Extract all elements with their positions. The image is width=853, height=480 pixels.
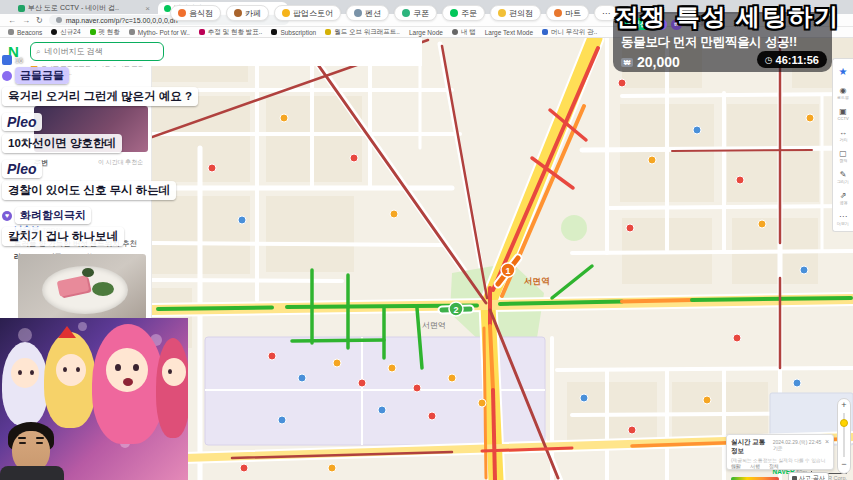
bookmark-favicon [271, 29, 277, 35]
cctv-button[interactable]: ▣CCTV [833, 103, 853, 124]
zoom-slider-handle[interactable] [840, 419, 848, 427]
category-pension[interactable]: 펜션 [346, 5, 389, 21]
anime-eye [63, 367, 67, 372]
streamer-eye [36, 442, 43, 444]
streamer-eyebrow [18, 437, 26, 439]
pencil-icon: ✎ [840, 170, 847, 179]
bookmark-item[interactable]: 신규24 [51, 28, 80, 37]
bookmark-item[interactable]: Large Node [409, 29, 443, 36]
anime-eye [168, 369, 172, 374]
chat-message: 16 금믈금믈 육거리 오거리 그런게 많은거 예요 ? [2, 55, 198, 106]
category-popup-store[interactable]: 팝업스토어 [274, 5, 341, 21]
popup-store-icon [282, 9, 290, 17]
streamer-eye [19, 442, 26, 444]
map-tool-dock: ★ ◉로드뷰 ▣CCTV ↔거리 ▢면적 ✎그리기 ⇗공유 ⋯더보기 [832, 58, 853, 232]
clock-icon: ◷ [765, 55, 773, 65]
legend-close-icon[interactable]: × [825, 439, 829, 445]
greens-shape [92, 282, 114, 296]
chat-username[interactable]: 화려함의극치 [15, 207, 91, 224]
traffic-map-svg: 1 2 서면역 서면역 [152, 38, 853, 480]
star-icon: ★ [839, 67, 848, 76]
bookmark-item[interactable]: Subscription [271, 29, 316, 36]
chat-text: 칼치기 겁나 하나보네 [2, 227, 124, 246]
share-button[interactable]: ⇗공유 [833, 187, 853, 208]
bookmark-item[interactable]: 추정 및 현황 발표.. [199, 28, 263, 37]
bookmark-item[interactable]: Large Text Mode [485, 29, 533, 36]
anime-girl-face [162, 358, 186, 386]
legend-labels: 원활 서행 정체 [731, 463, 779, 469]
site-info-icon[interactable] [56, 17, 62, 23]
anime-eye [18, 370, 22, 375]
bookmark-item[interactable]: 내 탭 [452, 28, 476, 37]
subway-line1-badge: 1 [505, 266, 510, 276]
folder-icon [8, 29, 14, 35]
timer-value: 46:11:56 [776, 54, 819, 66]
cash-icon: ₩ [621, 58, 633, 67]
streamer-eyebrow [36, 437, 44, 439]
draw-button[interactable]: ✎그리기 [833, 166, 853, 187]
construction-icon [792, 476, 797, 480]
chat-text: 10차선이면 양호한데 [2, 134, 122, 153]
accident-construction-button[interactable]: 사고·공사 [788, 472, 829, 480]
category-mart[interactable]: 마트 [546, 5, 589, 21]
webcam-overlay [0, 318, 188, 480]
category-order[interactable]: 주문 [442, 5, 485, 21]
anime-eye [115, 364, 121, 371]
legend-title: 실시간 교통정보 [731, 438, 770, 456]
distance-icon: ↔ [839, 128, 847, 137]
chat-username[interactable]: Pleo [2, 113, 42, 131]
more-tools-button[interactable]: ⋯더보기 [833, 208, 853, 229]
review-food-photo[interactable] [18, 254, 146, 320]
legend-jam: 정체 [769, 463, 779, 469]
anime-mouth [123, 378, 133, 386]
back-icon[interactable]: ← [8, 16, 16, 25]
reload-icon[interactable]: ↻ [36, 16, 43, 25]
bokeh-light [18, 328, 32, 342]
map-canvas[interactable]: 1 2 서면역 서면역 ★ ◉로드뷰 ▣CCTV ↔거리 ▢면적 ✎그리기 ⇗공… [152, 38, 853, 480]
streamer-webcam-face [0, 422, 64, 480]
zoom-slider[interactable] [843, 413, 845, 457]
bookmark-item[interactable]: 머니 무작위 관.. [542, 28, 597, 37]
github-icon [51, 29, 57, 35]
cctv-icon: ▣ [839, 107, 847, 116]
bookmark-favicon [452, 29, 458, 35]
category-cafe[interactable]: 카페 [226, 5, 269, 21]
tab-cctv[interactable]: 부산 도로 CCTV - 네이버 검.. × [12, 2, 156, 14]
garnish-shape [82, 268, 94, 277]
zoom-out-button[interactable]: − [838, 458, 850, 471]
legend-date: 2024.02.29.(목) 22:45 기준 [773, 439, 822, 451]
legend-slow: 서행 [750, 463, 760, 469]
anime-girl-face [11, 358, 39, 388]
chat-message: Pleo 경찰이 있어도 신호 무시 하는데 [2, 160, 198, 200]
stream-title: 전쟁 특성 세팅하기 [615, 1, 840, 33]
mission-amount: 20,000 [637, 54, 680, 70]
anime-eye [133, 364, 139, 371]
forward-icon[interactable]: → [22, 16, 30, 25]
bookmark-item[interactable]: 월드 오브 워크래프트.. [325, 28, 400, 37]
tab-close-icon[interactable]: × [145, 4, 150, 13]
bookmark-item[interactable]: Beacons [8, 29, 42, 36]
category-coupon[interactable]: 쿠폰 [394, 5, 437, 21]
mission-timer: ◷ 46:11:56 [757, 51, 827, 68]
zoom-in-button[interactable]: + [838, 399, 850, 412]
bookmark-item[interactable]: 펫 현황 [90, 28, 120, 37]
bookmark-favicon [199, 29, 205, 35]
area-button[interactable]: ▢면적 [833, 145, 853, 166]
seomyeon-station-label-line1: 서면역 [524, 276, 550, 286]
chat-username[interactable]: Pleo [2, 160, 42, 178]
heart-badge-icon: ♥ [2, 211, 12, 221]
category-convenience[interactable]: 편의점 [490, 5, 541, 21]
category-restaurant[interactable]: 음식점 [170, 5, 221, 21]
roadview-icon: ◉ [840, 86, 847, 95]
roadview-button[interactable]: ◉로드뷰 [833, 82, 853, 103]
streamer-shoulders [0, 466, 64, 480]
coupon-icon [402, 9, 410, 17]
distance-button[interactable]: ↔거리 [833, 124, 853, 145]
save-star-button[interactable]: ★ [833, 61, 853, 82]
anime-eye [30, 370, 34, 375]
legend-smooth: 원활 [731, 463, 741, 469]
chat-username[interactable]: 금믈금믈 [15, 67, 69, 84]
bookmark-item[interactable]: Mytho- Pot for W.. [129, 29, 190, 36]
badge-count: 16 [15, 57, 23, 64]
bookmark-favicon [90, 29, 96, 35]
